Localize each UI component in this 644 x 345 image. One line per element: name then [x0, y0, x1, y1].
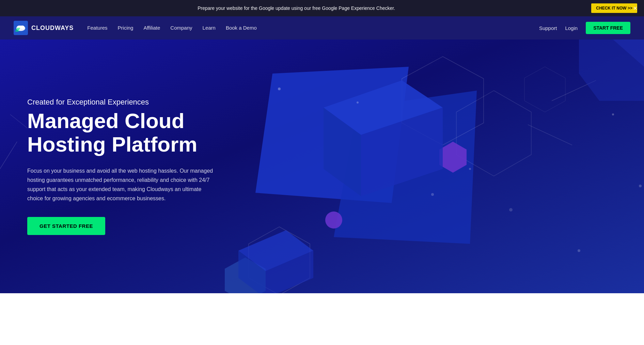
- svg-marker-15: [225, 257, 266, 293]
- announcement-bar: Prepare your website for the Google upda…: [0, 0, 644, 16]
- nav-item-pricing[interactable]: Pricing: [118, 25, 133, 31]
- svg-line-29: [552, 80, 596, 101]
- svg-point-36: [612, 113, 614, 115]
- svg-marker-34: [613, 40, 644, 67]
- svg-marker-22: [266, 251, 313, 293]
- nav-link-pricing[interactable]: Pricing: [118, 25, 133, 31]
- cloudways-logo-icon: [14, 21, 28, 35]
- announcement-text: Prepare your website for the Google upda…: [7, 5, 586, 11]
- support-link[interactable]: Support: [539, 25, 557, 31]
- nav-right: Support Login START FREE: [539, 22, 630, 34]
- logo-text: CLOUDWAYS: [31, 25, 74, 32]
- svg-marker-12: [249, 227, 310, 293]
- nav-item-features[interactable]: Features: [87, 25, 107, 31]
- svg-marker-18: [324, 108, 361, 196]
- navbar: CLOUDWAYS Features Pricing Affiliate Com…: [0, 16, 644, 40]
- nav-item-company[interactable]: Company: [170, 25, 192, 31]
- nav-link-learn[interactable]: Learn: [203, 25, 216, 31]
- logo-link[interactable]: CLOUDWAYS: [14, 21, 74, 35]
- svg-marker-10: [402, 57, 484, 145]
- nav-link-book-demo[interactable]: Book a Demo: [226, 25, 257, 31]
- svg-point-16: [325, 211, 342, 229]
- nav-item-learn[interactable]: Learn: [203, 25, 216, 31]
- svg-point-24: [357, 101, 359, 104]
- svg-point-35: [639, 185, 642, 187]
- svg-marker-17: [324, 80, 443, 135]
- svg-point-27: [509, 208, 513, 211]
- hero-section: Created for Exceptional Experiences Mana…: [0, 40, 644, 293]
- start-free-button[interactable]: START FREE: [586, 22, 630, 34]
- svg-marker-14: [439, 142, 467, 173]
- svg-point-3: [20, 26, 25, 29]
- nav-item-affiliate[interactable]: Affiliate: [143, 25, 160, 31]
- nav-link-affiliate[interactable]: Affiliate: [143, 25, 160, 31]
- svg-line-30: [528, 125, 572, 145]
- svg-marker-21: [238, 251, 266, 293]
- svg-point-28: [578, 249, 580, 252]
- hero-subtitle: Created for Exceptional Experiences: [27, 98, 249, 107]
- svg-marker-33: [579, 40, 644, 101]
- svg-line-32: [10, 114, 27, 128]
- svg-line-31: [0, 142, 17, 169]
- svg-marker-19: [361, 108, 443, 196]
- hero-content: Created for Exceptional Experiences Mana…: [27, 98, 249, 235]
- hero-description: Focus on your business and avoid all the…: [27, 166, 218, 203]
- svg-point-26: [469, 168, 471, 170]
- svg-point-25: [431, 193, 434, 196]
- hero-title: Managed Cloud Hosting Platform: [27, 109, 249, 156]
- svg-point-23: [278, 88, 281, 90]
- announcement-close-button[interactable]: ×: [633, 5, 637, 12]
- svg-marker-20: [238, 230, 313, 271]
- svg-marker-11: [456, 91, 531, 176]
- check-it-now-button[interactable]: CHECK IT NOW >>: [591, 3, 637, 13]
- nav-link-features[interactable]: Features: [87, 25, 107, 31]
- nav-links: Features Pricing Affiliate Company Learn…: [87, 25, 539, 31]
- svg-marker-9: [334, 91, 477, 244]
- svg-marker-13: [524, 67, 565, 112]
- svg-marker-8: [255, 67, 409, 203]
- nav-item-book-demo[interactable]: Book a Demo: [226, 25, 257, 31]
- get-started-button[interactable]: GET STARTED FREE: [27, 217, 105, 235]
- nav-link-company[interactable]: Company: [170, 25, 192, 31]
- login-link[interactable]: Login: [565, 25, 578, 31]
